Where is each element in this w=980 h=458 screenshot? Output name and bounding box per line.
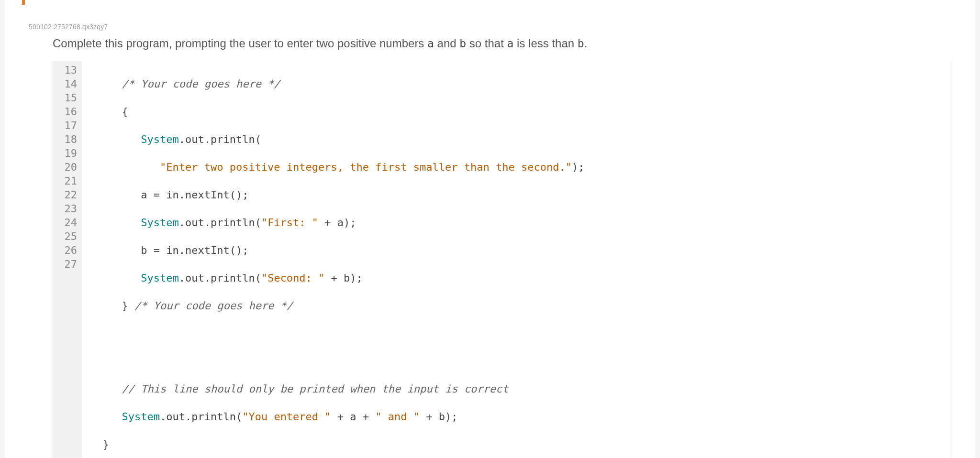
string: "Enter two positive integers, the first … <box>160 161 572 173</box>
comment: /* Your code goes here */ <box>122 78 280 90</box>
code-line-13[interactable]: /* Your code goes here */ <box>82 77 951 91</box>
line-number: 18 <box>63 132 77 146</box>
line-number: 19 <box>63 146 77 160</box>
type: System <box>141 217 178 229</box>
brace: } <box>122 300 128 312</box>
code-line-18[interactable]: System.out.println("First: " + a); <box>82 216 951 229</box>
call: .out.println( <box>179 133 261 145</box>
var-b: b <box>459 37 466 50</box>
type: System <box>141 272 178 284</box>
code-line-14[interactable]: { <box>82 105 951 119</box>
code-line-26[interactable]: } <box>82 437 951 451</box>
line-number: 13 <box>63 63 77 77</box>
string: "First: " <box>261 217 318 229</box>
call: .out.println( <box>160 411 242 423</box>
code-line-17[interactable]: a = in.nextInt(); <box>82 188 951 202</box>
line-number: 23 <box>63 202 77 216</box>
instruction-mid2: so that <box>466 37 507 50</box>
code-line-24[interactable]: // This line should only be printed when… <box>82 382 951 396</box>
line-number-gutter: 131415161718192021222324252627 <box>53 61 82 458</box>
instruction-suffix: . <box>584 37 588 50</box>
stmt: b = in.nextInt(); <box>141 244 248 256</box>
string: "Second: " <box>261 272 324 284</box>
code-line-21[interactable]: } /* Your code goes here */ <box>82 299 951 313</box>
line-number: 20 <box>63 160 77 174</box>
code-line-23[interactable] <box>82 354 951 368</box>
line-number: 21 <box>63 174 77 188</box>
line-number: 25 <box>63 229 77 243</box>
string: "You entered " <box>242 411 331 423</box>
line-number: 17 <box>63 119 77 132</box>
code-body[interactable]: /* Your code goes here */ { System.out.p… <box>82 61 951 458</box>
var-a2: a <box>507 37 514 50</box>
instruction-mid1: and <box>434 37 459 50</box>
expr: + b); <box>324 272 362 284</box>
code-editor[interactable]: 131415161718192021222324252627 /* Your c… <box>53 61 951 458</box>
expr: + a); <box>318 217 356 229</box>
line-number: 22 <box>63 188 77 202</box>
line-number: 15 <box>63 91 77 105</box>
string: " and " <box>375 411 420 423</box>
top-stub <box>5 0 975 9</box>
comment: /* Your code goes here */ <box>128 300 293 312</box>
comment: // This line should only be printed when… <box>122 383 508 395</box>
line-number: 14 <box>63 77 77 91</box>
code-line-19[interactable]: b = in.nextInt(); <box>82 243 951 257</box>
code-line-15[interactable]: System.out.println( <box>82 132 951 146</box>
line-number: 26 <box>63 243 77 257</box>
punct: ); <box>572 161 585 173</box>
instruction-prefix: Complete this program, prompting the use… <box>53 37 427 50</box>
var-a: a <box>427 37 434 50</box>
type: System <box>141 133 178 145</box>
brace: } <box>103 438 109 450</box>
code-line-20[interactable]: System.out.println("Second: " + b); <box>82 271 951 285</box>
stmt: a = in.nextInt(); <box>141 189 248 201</box>
brace: { <box>122 106 128 118</box>
line-number: 27 <box>63 257 77 271</box>
code-line-22[interactable] <box>82 327 951 340</box>
code-line-25[interactable]: System.out.println("You entered " + a + … <box>82 410 951 424</box>
line-number: 16 <box>63 105 77 119</box>
instruction-text: Complete this program, prompting the use… <box>53 35 951 52</box>
code-line-16[interactable]: "Enter two positive integers, the first … <box>82 160 951 174</box>
problem-content: 509102.2752768.qx3zqy7 Complete this pro… <box>5 9 975 458</box>
instruction-mid3: is less than <box>513 37 577 50</box>
call: .out.println( <box>179 272 261 284</box>
expr: + b); <box>420 411 457 423</box>
call: .out.println( <box>179 217 261 229</box>
problem-id: 509102.2752768.qx3zqy7 <box>29 23 951 31</box>
type: System <box>122 411 159 423</box>
line-number: 24 <box>63 216 77 229</box>
expr: + a + <box>331 411 376 423</box>
var-b2: b <box>578 37 584 50</box>
